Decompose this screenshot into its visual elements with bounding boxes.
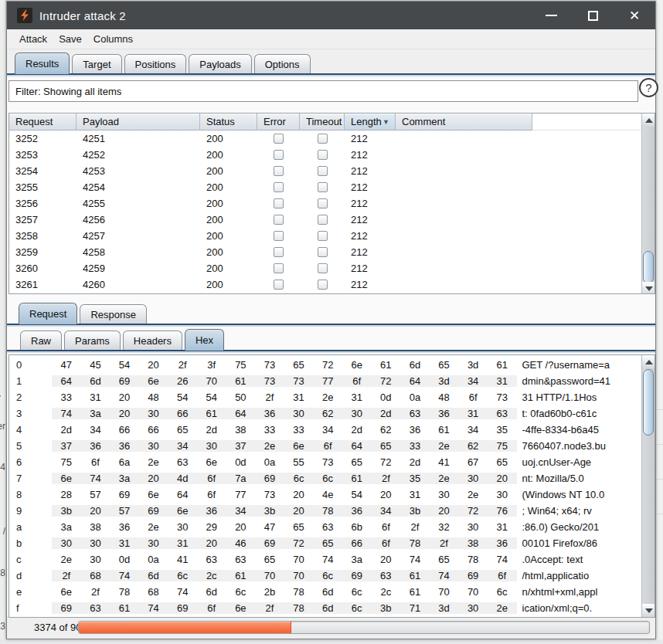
hex-byte[interactable]: 6e — [168, 505, 197, 517]
column-header-timeout[interactable]: Timeout — [300, 114, 345, 130]
hex-byte[interactable]: 74 — [168, 586, 197, 598]
hex-byte[interactable]: 78 — [313, 505, 342, 517]
hex-byte[interactable]: 6e — [197, 456, 226, 468]
hex-byte[interactable]: 6d — [139, 570, 168, 581]
tab-options[interactable]: Options — [254, 54, 311, 74]
hex-byte[interactable]: 3a — [110, 473, 139, 484]
hex-byte[interactable]: 73 — [255, 359, 284, 371]
hex-byte[interactable]: 48 — [139, 391, 168, 403]
hex-ascii[interactable]: dmin&password=41 — [522, 375, 611, 387]
hex-byte[interactable]: 0d — [110, 554, 139, 565]
hex-byte[interactable]: 6e — [139, 375, 168, 387]
tab-request[interactable]: Request — [19, 303, 77, 324]
hex-byte[interactable]: 54 — [342, 489, 372, 500]
hex-byte[interactable]: 50 — [226, 391, 256, 403]
hex-ascii[interactable]: /html,applicatio — [522, 570, 590, 581]
hex-byte[interactable]: 61 — [488, 359, 517, 371]
hex-byte[interactable]: 61 — [400, 586, 430, 598]
hex-byte[interactable]: 77 — [313, 375, 342, 387]
hex-byte[interactable]: 66 — [110, 424, 139, 436]
maximize-button[interactable] — [572, 2, 614, 29]
hex-byte[interactable]: 54 — [168, 391, 197, 403]
error-checkbox[interactable] — [274, 280, 284, 290]
hex-byte[interactable]: 36 — [110, 440, 139, 452]
hex-byte[interactable]: 69 — [139, 505, 168, 517]
hex-ascii[interactable]: ; Win64; x64; rv — [522, 505, 592, 517]
hex-byte[interactable]: 30 — [81, 554, 110, 565]
tab-headers[interactable]: Headers — [123, 330, 182, 351]
hex-byte[interactable]: 31 — [458, 408, 488, 419]
hex-byte[interactable]: 20 — [110, 408, 139, 419]
hex-byte[interactable]: 6d — [313, 602, 342, 614]
hex-byte[interactable]: 3b — [400, 505, 430, 517]
hex-byte[interactable]: 66 — [168, 408, 197, 419]
hex-byte[interactable]: 30 — [458, 473, 488, 484]
hex-byte[interactable]: 30 — [284, 408, 314, 419]
hex-byte[interactable]: 73 — [255, 375, 284, 387]
scroll-down-button[interactable] — [642, 282, 655, 294]
hex-byte[interactable]: 72 — [372, 456, 401, 468]
hex-byte[interactable]: 57 — [110, 505, 139, 517]
timeout-checkbox[interactable] — [318, 215, 328, 225]
hex-byte[interactable]: 2e — [139, 456, 168, 468]
hex-byte[interactable]: 32 — [430, 521, 459, 533]
hex-ascii[interactable]: t: 0fad60b0-c61c — [522, 408, 597, 419]
hex-byte[interactable]: 6f — [197, 602, 226, 614]
hex-byte[interactable]: 65 — [255, 554, 284, 565]
hex-byte[interactable]: 72 — [458, 505, 488, 517]
hex-byte[interactable]: 6c — [488, 586, 517, 598]
hex-byte[interactable]: 30 — [458, 521, 488, 533]
timeout-checkbox[interactable] — [318, 182, 328, 192]
hex-byte[interactable]: 61 — [226, 375, 256, 387]
table-row[interactable]: 32604259200212 — [9, 260, 654, 276]
hex-byte[interactable]: 6d — [400, 359, 430, 371]
hex-byte[interactable]: 2c — [197, 570, 226, 581]
hex-byte[interactable]: 6f — [458, 391, 488, 403]
hex-byte[interactable]: 6c — [168, 570, 197, 581]
hex-byte[interactable]: 6e — [284, 440, 314, 452]
hex-byte[interactable]: 31 — [488, 521, 517, 533]
table-row[interactable]: 32524251200212 — [9, 130, 654, 147]
hex-byte[interactable]: 2f — [168, 359, 197, 371]
hex-byte[interactable]: 46 — [226, 537, 256, 549]
hex-byte[interactable]: 62 — [372, 424, 401, 436]
hex-byte[interactable]: 6e — [226, 602, 256, 614]
hex-byte[interactable]: 6d — [81, 375, 110, 387]
hex-byte[interactable]: 30 — [197, 440, 226, 452]
hex-byte[interactable]: 65 — [430, 554, 459, 565]
table-row[interactable]: 32544253200212 — [9, 163, 654, 179]
hex-byte[interactable]: 20 — [110, 391, 139, 403]
error-checkbox[interactable] — [274, 182, 284, 192]
hex-byte[interactable]: 30 — [342, 408, 372, 419]
hex-ascii[interactable]: nt: Mozilla/5.0 — [522, 473, 584, 484]
hex-byte[interactable]: 0d — [226, 456, 256, 468]
hex-byte[interactable]: 34 — [458, 375, 488, 387]
hex-byte[interactable]: 3f — [197, 359, 226, 371]
hex-ascii[interactable]: .0Accept: text — [522, 554, 583, 565]
hex-byte[interactable]: 20 — [81, 505, 110, 517]
hex-byte[interactable]: 0d — [372, 391, 401, 403]
results-scrollbar[interactable] — [641, 114, 654, 294]
error-checkbox[interactable] — [274, 231, 284, 241]
hex-byte[interactable]: 6b — [342, 521, 372, 533]
error-checkbox[interactable] — [274, 198, 284, 208]
hex-byte[interactable]: 3b — [52, 505, 81, 517]
hex-byte[interactable]: 0a — [400, 391, 430, 403]
hex-byte[interactable]: 3d — [430, 602, 459, 614]
minimize-button[interactable] — [530, 2, 572, 29]
hex-byte[interactable]: 74 — [488, 554, 517, 565]
hex-byte[interactable]: 34 — [372, 505, 401, 517]
timeout-checkbox[interactable] — [318, 231, 328, 241]
timeout-checkbox[interactable] — [318, 198, 328, 208]
column-header-comment[interactable]: Comment — [396, 114, 532, 130]
hex-byte[interactable]: 55 — [284, 456, 314, 468]
hex-byte[interactable]: 70 — [458, 586, 488, 598]
hex-byte[interactable]: 30 — [52, 537, 81, 549]
hex-byte[interactable]: 38 — [458, 537, 488, 549]
hex-byte[interactable]: 20 — [139, 359, 168, 371]
table-row[interactable]: 32574256200212 — [9, 212, 654, 228]
hex-byte[interactable]: 74 — [430, 570, 459, 581]
hex-byte[interactable]: 26 — [168, 375, 197, 387]
tab-response[interactable]: Response — [80, 304, 147, 324]
hex-byte[interactable]: 20 — [226, 521, 256, 533]
